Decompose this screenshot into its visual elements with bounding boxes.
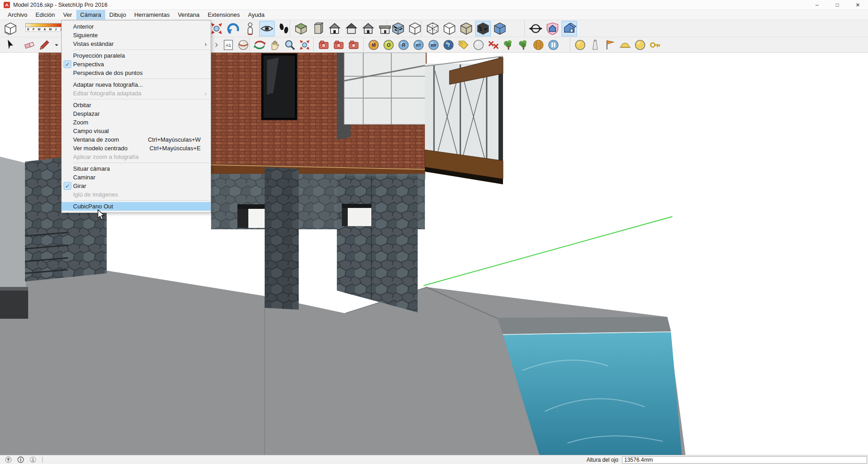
look-around-icon[interactable] [259, 21, 275, 36]
toolbar1-group-2 [290, 21, 393, 36]
vray-rt-icon[interactable]: RT [412, 38, 425, 52]
menu-item-adaptar-nueva-fotografía[interactable]: Adaptar nueva fotografía... [62, 80, 211, 89]
menubar-item-archivo[interactable]: Archivo [4, 10, 31, 20]
menubar-item-ver[interactable]: Ver [59, 10, 76, 20]
render-export-icon[interactable] [332, 38, 345, 52]
zoom-extents-icon[interactable] [209, 21, 224, 36]
look-around-compass-icon[interactable] [528, 21, 543, 36]
zoom-extents-tool-icon[interactable] [298, 38, 311, 52]
menu-item-perspectiva[interactable]: ✓Perspectiva [62, 60, 211, 69]
line-tool-icon[interactable] [38, 38, 51, 52]
right-view-icon[interactable] [360, 21, 376, 36]
menu-item-vistas-estándar[interactable]: Vistas estándar› [62, 39, 211, 48]
menu-item-editar-fotografía-adaptada[interactable]: Editar fotografía adaptada› [62, 89, 211, 98]
menu-item-siguiente[interactable]: Siguiente [62, 31, 211, 39]
image-igloo-icon[interactable] [562, 21, 577, 36]
position-camera-icon[interactable] [242, 21, 258, 36]
menu-item-desplazar[interactable]: Desplazar [62, 109, 211, 118]
menubar-item-cámara[interactable]: Cámara [76, 10, 105, 20]
animation-export-icon[interactable] [347, 38, 360, 52]
menu-item-perspectiva-de-dos-puntos[interactable]: Perspectiva de dos puntos [62, 69, 211, 77]
menu-item-campo-visual[interactable]: Campo visual [62, 127, 211, 135]
vray-sphere-icon[interactable] [472, 38, 485, 52]
select-tool-icon[interactable] [4, 38, 17, 52]
menubar-item-herramientas[interactable]: Herramientas [130, 10, 174, 20]
menu-item-orbitar[interactable]: Orbitar [62, 101, 211, 109]
photo-export-icon[interactable] [317, 38, 330, 52]
monochrome-style-icon[interactable] [492, 21, 508, 36]
vray-clear-icon[interactable] [487, 38, 500, 52]
menu-item-zoom[interactable]: Zoom [62, 118, 211, 127]
pan-tool-icon[interactable] [268, 38, 281, 52]
credits-icon[interactable] [17, 456, 25, 464]
shaded-style-icon[interactable] [459, 21, 474, 36]
menu-item-girar[interactable]: ✓Girar [62, 182, 211, 190]
menubar-item-edición[interactable]: Edición [31, 10, 59, 20]
toolbar1-group-0 [3, 21, 18, 36]
menu-separator [74, 99, 210, 99]
menu-item-label: Girar [73, 183, 86, 189]
vray-dome-light-icon[interactable] [618, 38, 632, 52]
menu-item-ventana-de-zoom[interactable]: Ventana de zoomCtrl+Mayúsculas+W [62, 135, 211, 144]
photo-match-icon[interactable] [545, 21, 560, 36]
menu-item-proyección-paralela[interactable]: Proyección paralela [62, 51, 211, 60]
menu-item-iglú-de-imágenes[interactable]: Iglú de imágenes [62, 190, 211, 199]
walk-icon[interactable] [276, 21, 291, 36]
vray-rect-light-icon[interactable] [603, 38, 617, 52]
orbit-tool-icon[interactable] [253, 38, 266, 52]
eraser-tool-icon[interactable] [23, 38, 36, 52]
menu-item-situar-cámara[interactable]: Situar cámara [62, 164, 211, 173]
line-tool-dropdown-icon[interactable] [53, 38, 60, 52]
toolbar-overflow-icon[interactable] [212, 38, 220, 52]
vray-pause-icon[interactable] [547, 38, 560, 52]
menu-item-cubicpano-out[interactable]: CubicPano Out [62, 202, 211, 211]
vray-render-icon[interactable]: R [397, 38, 410, 52]
vray-sun-icon[interactable] [532, 38, 545, 52]
menubar-item-ayuda[interactable]: Ayuda [244, 10, 269, 20]
minimize-button[interactable]: – [807, 0, 827, 10]
styles-icon[interactable] [237, 38, 250, 52]
front-view-icon[interactable] [327, 21, 342, 36]
vray-fur-icon[interactable] [517, 38, 530, 52]
maximize-button[interactable]: □ [827, 0, 848, 10]
vray-omni-light-icon[interactable] [573, 38, 587, 52]
menu-item-shortcut: Ctrl+Mayúsculas+E [149, 145, 202, 152]
svg-text:M: M [372, 42, 376, 48]
iso-view-icon[interactable] [293, 21, 309, 36]
xray-mode-icon[interactable] [390, 21, 406, 36]
menu-item-label: Adaptar nueva fotografía... [73, 81, 143, 88]
shadow-dialog-icon[interactable] [3, 21, 18, 36]
vray-sphere-light-icon[interactable] [633, 38, 647, 52]
menu-item-aplicar-zoom-a-fotografía[interactable]: Aplicar zoom a fotografía [62, 153, 211, 161]
vray-batch-render-icon[interactable]: BR [427, 38, 440, 52]
zoom-tool-icon[interactable] [283, 38, 296, 52]
hidden-line-style-icon[interactable] [442, 21, 457, 36]
vray-proxy-icon[interactable] [502, 38, 515, 52]
previous-view-icon[interactable] [226, 21, 241, 36]
menu-item-ver-modelo-centrado[interactable]: Ver modelo centradoCtrl+Mayúsculas+E [62, 144, 211, 153]
close-button[interactable]: ✕ [848, 0, 868, 10]
menu-item-anterior[interactable]: Anterior [62, 22, 211, 31]
eye-height-input[interactable]: 13576.4mm [622, 456, 867, 464]
vray-frame-buffer-icon[interactable] [457, 38, 470, 52]
geolocation-icon[interactable] [5, 456, 12, 464]
vray-spot-light-icon[interactable] [588, 38, 602, 52]
vray-material-editor-icon[interactable]: M [367, 38, 380, 52]
top-view-icon[interactable] [310, 21, 326, 36]
vray-ies-light-icon[interactable] [648, 38, 662, 52]
account-icon[interactable] [29, 456, 37, 464]
back-edges-icon[interactable] [407, 21, 423, 36]
wireframe-style-icon[interactable] [425, 21, 440, 36]
submenu-arrow-icon: › [202, 40, 209, 48]
menubar-item-ventana[interactable]: Ventana [174, 10, 204, 20]
menu-item-label: Perspectiva [73, 61, 104, 68]
vray-help-icon[interactable]: ? [442, 38, 455, 52]
menubar-item-dibujo[interactable]: Dibujo [105, 10, 130, 20]
menubar-item-extensiones[interactable]: Extensiones [203, 10, 244, 20]
shaded-textures-style-icon[interactable] [475, 21, 491, 36]
back-view-icon[interactable] [344, 21, 359, 36]
layout-export-icon[interactable]: A1 [222, 38, 235, 52]
window-controls: –□✕ [807, 0, 868, 10]
vray-options-icon[interactable]: O [382, 38, 395, 52]
menu-item-caminar[interactable]: Caminar [62, 173, 211, 182]
